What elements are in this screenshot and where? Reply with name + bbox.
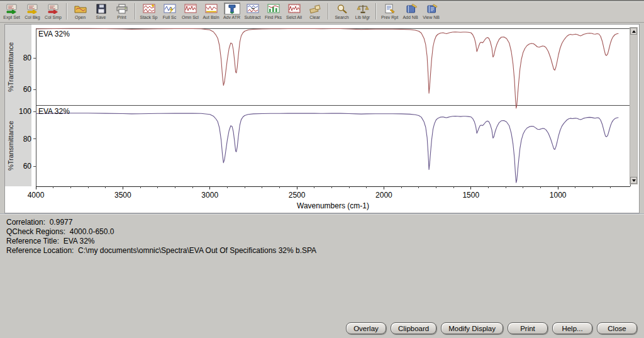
tool-label: View NB (423, 14, 440, 20)
qcheck-results-panel: Correlation: 0.9977 QCheck Regions: 4000… (0, 213, 644, 338)
scroll-down-icon (632, 179, 636, 182)
tool-subtract[interactable]: Subtract (242, 3, 263, 20)
tool-label: Expt Set (3, 14, 19, 20)
svg-text:1000: 1000 (550, 191, 567, 200)
tool-full-sc[interactable]: Full Sc (159, 3, 180, 20)
correlation-line: Correlation: 0.9977 (6, 218, 644, 227)
tool-prev-rpt[interactable]: Prev Rpt (379, 3, 400, 20)
toolbar-separator (66, 3, 67, 20)
toolbar-separator (375, 3, 377, 20)
tool-label: Stack Sp (140, 14, 157, 20)
omnic-qcheck-window: Expt SetCol BkgCol SmpOpenSavePrintStack… (0, 0, 644, 338)
notebook-add-icon (402, 3, 419, 14)
tool-label: Lib Mgr (355, 14, 370, 20)
toolbar-group: Expt SetCol BkgCol Smp (1, 3, 64, 20)
toolbar-group: Stack SpFull ScOmn SclAut BslnAdv ATRSub… (138, 3, 325, 20)
tool-search[interactable]: Search (331, 3, 352, 20)
scroll-up-icon (632, 30, 636, 33)
toolbar: Expt SetCol BkgCol SmpOpenSavePrintStack… (0, 1, 644, 23)
tool-label: Aut Bsln (203, 14, 219, 20)
svg-text:80: 80 (23, 54, 32, 62)
svg-text:3000: 3000 (201, 191, 218, 200)
tool-open[interactable]: Open (70, 3, 91, 20)
svg-text:4000: 4000 (28, 191, 45, 200)
tool-label: Open (75, 14, 86, 20)
tool-label: Col Smp (45, 14, 62, 20)
overlay-button[interactable]: Overlay (346, 322, 386, 334)
spectrum-full-icon (162, 3, 178, 14)
toolbar-group: OpenSavePrint (70, 3, 132, 20)
tool-aut-bsln[interactable]: Aut Bsln (201, 3, 221, 20)
folder-open-icon (72, 3, 89, 14)
spectrum-stack-icon (141, 3, 157, 14)
tool-find-pks[interactable]: Find Pks (263, 3, 284, 20)
vertical-scrollbar[interactable] (630, 27, 638, 184)
scroll-up-button[interactable] (630, 28, 637, 35)
tool-label: Prev Rpt (381, 14, 398, 20)
tool-print[interactable]: Print (111, 3, 132, 20)
scales-icon (355, 3, 371, 14)
reference-location-line: Reference Location: C:\my documents\omni… (6, 246, 644, 256)
tool-adv-atr[interactable]: Adv ATR (221, 3, 242, 20)
tool-clear[interactable]: Clear (304, 3, 325, 20)
spectrum-omn-icon (182, 3, 199, 14)
report-icon (382, 3, 398, 14)
notebook-view-icon (423, 3, 440, 14)
tool-label: Search (335, 14, 348, 20)
svg-text:100: 100 (19, 107, 31, 116)
magnifier-icon (334, 3, 350, 14)
tool-label: Col Bkg (25, 14, 40, 20)
tool-label: Save (96, 14, 106, 20)
spectra-viewer: %Transmittance %Transmittance 8060100806… (4, 24, 640, 213)
floppy-icon (93, 3, 109, 14)
pane-title-bottom: EVA 32% (38, 107, 70, 116)
eraser-icon (307, 3, 323, 14)
bench-green-icon (4, 3, 20, 14)
tool-add-nb[interactable]: Add NB (400, 3, 421, 20)
tool-label: Clear (309, 14, 320, 20)
tool-save[interactable]: Save (91, 3, 111, 20)
tool-label: Adv ATR (223, 14, 240, 20)
help-button[interactable]: Help... (552, 322, 592, 334)
tool-omn-scl[interactable]: Omn Scl (180, 3, 201, 20)
spectrum-subtract-icon (245, 3, 261, 14)
tool-stack-sp[interactable]: Stack Sp (138, 3, 159, 20)
spectrum-find-icon (265, 3, 282, 14)
dialog-button-row: Overlay Clipboard Modify Display Print H… (346, 322, 637, 334)
svg-text:60: 60 (23, 85, 32, 94)
tool-label: Selct All (286, 14, 302, 20)
tool-col-bkg[interactable]: Col Bkg (22, 3, 43, 20)
svg-text:80: 80 (23, 135, 32, 144)
tool-label: Find Pks (265, 14, 282, 20)
spectrum-bsln-icon (203, 3, 219, 14)
reference-title-line: Reference Title: EVA 32% (6, 237, 644, 246)
close-button[interactable]: Close (597, 322, 637, 334)
tool-lib-mgr[interactable]: Lib Mgr (352, 3, 373, 20)
spectrum-select-icon (286, 3, 303, 14)
modify-display-button[interactable]: Modify Display (441, 322, 503, 334)
toolbar-group: SearchLib Mgr (331, 3, 373, 20)
tool-label: Print (117, 14, 126, 20)
printer-icon (114, 3, 130, 14)
x-axis-label: Wavenumbers (cm-1) (36, 201, 630, 210)
clipboard-button[interactable]: Clipboard (391, 322, 436, 334)
tool-selct-all[interactable]: Selct All (284, 3, 304, 20)
spectrum-atr-icon (224, 3, 240, 14)
toolbar-group: Prev RptAdd NBView NB (379, 3, 441, 20)
tool-label: Add NB (402, 14, 418, 20)
pane-title-top: EVA 32% (38, 30, 70, 38)
tool-expt-set[interactable]: Expt Set (1, 3, 22, 20)
tool-label: Full Sc (163, 14, 176, 20)
tool-label: Subtract (244, 14, 260, 20)
scroll-down-button[interactable] (630, 177, 637, 184)
tool-col-smp[interactable]: Col Smp (43, 3, 64, 20)
print-button[interactable]: Print (508, 322, 548, 334)
tool-view-nb[interactable]: View NB (421, 3, 441, 20)
svg-text:2500: 2500 (289, 191, 306, 200)
spectra-chart: 806010080604000350030002500200015001000 (5, 25, 639, 213)
toolbar-separator (328, 3, 329, 20)
toolbar-separator (135, 3, 136, 20)
bench-red-icon (45, 3, 62, 14)
bench-yellow-icon (25, 3, 41, 14)
qcheck-regions-line: QCheck Regions: 4000.0-650.0 (6, 227, 644, 237)
